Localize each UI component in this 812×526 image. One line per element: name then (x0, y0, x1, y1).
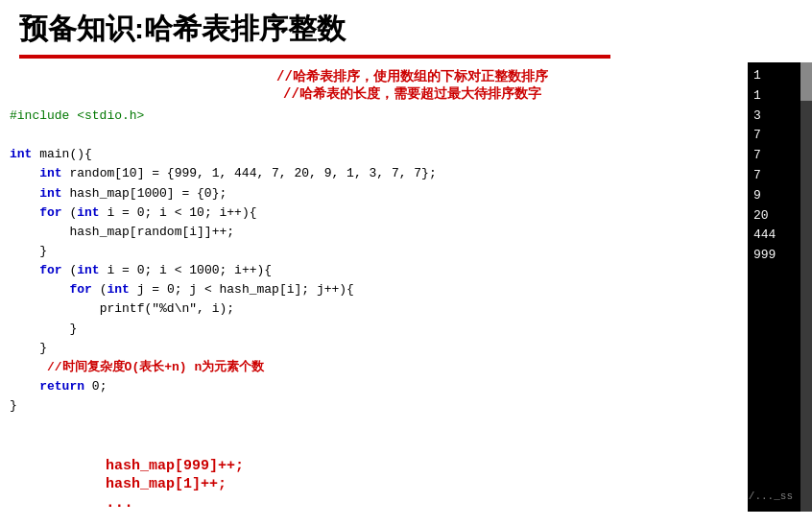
code-line3: for (int i = 0; i < 10; i++){ (10, 203, 738, 223)
code-area: //哈希表排序，使用数组的下标对正整数排序 //哈希表的长度，需要超过最大待排序… (0, 62, 748, 452)
main-content: //哈希表排序，使用数组的下标对正整数排序 //哈希表的长度，需要超过最大待排序… (0, 62, 812, 512)
code-return: return 0; (10, 377, 738, 396)
code-include: #include <stdio.h> (10, 107, 738, 126)
annotation-dots: ... (106, 494, 738, 512)
code-block: #include <stdio.h> int main(){ int rando… (10, 107, 738, 416)
code-line10: } (10, 339, 738, 358)
kw-int-1: int (39, 166, 69, 180)
title-area: 预备知识:哈希表排序整数 (0, 0, 812, 55)
kw-for-2: for (39, 263, 69, 277)
out-2: 1 (753, 86, 795, 107)
annotation-2: hash_map[1]++; (106, 476, 738, 492)
code-line6: for (int i = 0; i < 1000; i++){ (10, 261, 738, 280)
comment-line-1: //哈希表排序，使用数组的下标对正整数排序 (86, 68, 738, 85)
kw-for-1: for (39, 205, 69, 220)
output-panel-wrapper: 1 1 3 7 7 7 9 20 444 999 https://blog.cs… (748, 62, 812, 512)
page-container: 预备知识:哈希表排序整数 //哈希表排序，使用数组的下标对正整数排序 //哈希表… (0, 0, 812, 526)
out-6: 7 (753, 166, 795, 186)
code-line2: int hash_map[1000] = {0}; (10, 184, 738, 203)
out-8: 20 (753, 206, 795, 227)
code-close: } (10, 396, 738, 416)
red-divider (19, 55, 610, 59)
code-line1: int random[10] = {999, 1, 444, 7, 20, 9,… (10, 164, 738, 183)
out-7: 9 (753, 186, 795, 206)
code-line8: printf("%d\n", i); (10, 299, 738, 319)
out-4: 7 (753, 126, 795, 146)
main-text: main(){ (39, 147, 92, 161)
kw-for-3: for (69, 282, 99, 297)
kw-int-main: int (10, 147, 39, 161)
code-line9: } (10, 320, 738, 339)
code-blank (10, 126, 738, 145)
kw-int-2: int (39, 186, 69, 201)
annotation-1: hash_map[999]++; (106, 458, 738, 474)
comment-block: //哈希表排序，使用数组的下标对正整数排序 //哈希表的长度，需要超过最大待排序… (86, 68, 738, 103)
out-5: 7 (753, 146, 795, 166)
output-panel: 1 1 3 7 7 7 9 20 444 999 https://blog.cs… (748, 62, 800, 512)
comment-line-2: //哈希表的长度，需要超过最大待排序数字 (86, 85, 738, 103)
code-line4: hash_map[random[i]]++; (10, 223, 738, 242)
out-3: 3 (753, 107, 795, 127)
page-title: 预备知识:哈希表排序整数 (19, 10, 793, 49)
scrollbar-thumb[interactable] (800, 62, 812, 101)
out-10: 999 (753, 246, 795, 266)
include-text: #include <stdio.h> (10, 108, 144, 123)
code-line5: } (10, 242, 738, 261)
scrollbar[interactable] (800, 62, 812, 512)
code-main: int main(){ (10, 145, 738, 164)
bottom-annotations: hash_map[999]++; hash_map[1]++; ... (0, 452, 748, 512)
code-line7: for (int j = 0; j < hash_map[i]; j++){ (10, 280, 738, 299)
out-9: 444 (753, 226, 795, 246)
out-1: 1 (753, 66, 795, 86)
watermark: https://blog.csdn.net/..._ss (748, 489, 793, 506)
inline-comment-text: //时间复杂度O(表长+n) n为元素个数 (39, 360, 264, 374)
code-comment-inline: //时间复杂度O(表长+n) n为元素个数 (10, 358, 738, 377)
